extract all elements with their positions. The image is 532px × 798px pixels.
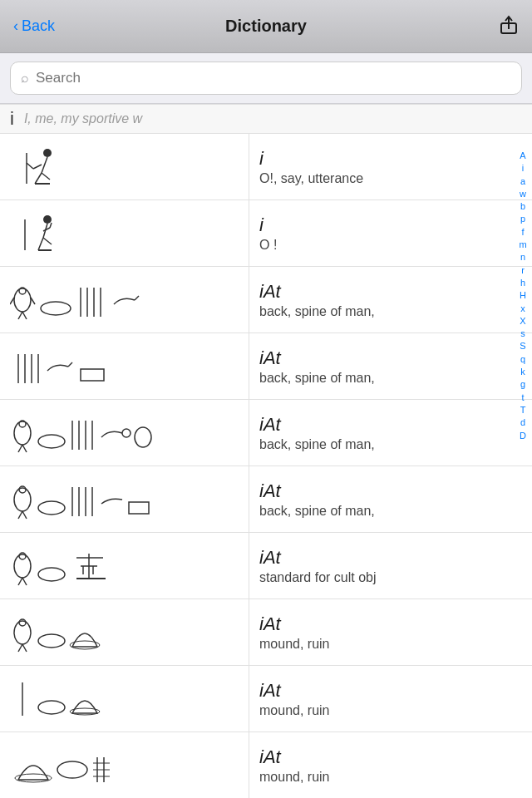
alpha-index-h[interactable]: H <box>515 289 531 301</box>
svg-point-18 <box>14 288 31 312</box>
alpha-index-i[interactable]: i <box>515 162 531 174</box>
hieroglyph-image <box>10 412 160 454</box>
alpha-index-h[interactable]: h <box>515 277 531 288</box>
svg-line-20 <box>31 298 35 304</box>
svg-line-19 <box>10 298 14 304</box>
entry-word: i <box>259 214 522 236</box>
search-bar-container: ⌕ <box>0 53 532 104</box>
svg-point-69 <box>19 619 26 626</box>
hieroglyph-image <box>10 612 118 653</box>
hieroglyph-image <box>10 346 110 387</box>
svg-point-10 <box>43 215 52 224</box>
svg-point-36 <box>14 421 31 445</box>
alpha-index-b[interactable]: b <box>515 200 531 212</box>
hieroglyph-cell <box>0 200 249 266</box>
section-letter: i <box>10 108 14 130</box>
entry-definition: standard for cult obj <box>259 570 522 585</box>
alpha-index-t[interactable]: T <box>515 404 531 416</box>
alpha-index-d[interactable]: D <box>515 430 531 441</box>
alpha-index-t[interactable]: t <box>515 392 531 403</box>
entry-text-cell: iAt back, spine of man, <box>249 400 532 466</box>
svg-line-29 <box>135 296 139 300</box>
share-icon <box>499 12 519 36</box>
alpha-index-a[interactable]: a <box>515 175 531 187</box>
back-button[interactable]: ‹ Back <box>13 17 55 35</box>
alpha-index-r[interactable]: r <box>515 264 531 276</box>
table-row[interactable]: i O ! <box>0 200 532 267</box>
alpha-index-s[interactable]: S <box>515 340 531 352</box>
alpha-index-k[interactable]: k <box>515 366 531 377</box>
alpha-index-q[interactable]: q <box>515 353 531 365</box>
table-row[interactable]: iAt back, spine of man, <box>0 466 532 533</box>
search-icon: ⌕ <box>21 71 29 86</box>
entry-definition: back, spine of man, <box>259 504 522 519</box>
svg-line-23 <box>22 312 27 319</box>
svg-line-13 <box>43 238 52 244</box>
svg-line-39 <box>22 445 27 452</box>
search-input[interactable] <box>36 70 511 86</box>
alpha-index-m[interactable]: m <box>515 239 531 250</box>
alpha-index-d[interactable]: d <box>515 416 531 428</box>
entry-word: iAt <box>259 613 522 635</box>
svg-point-48 <box>19 486 26 493</box>
hieroglyph-image <box>10 213 60 254</box>
table-row[interactable]: iAt mound, ruin <box>0 599 532 666</box>
hieroglyph-cell <box>0 533 249 598</box>
alpha-index-g[interactable]: g <box>515 378 531 390</box>
hieroglyph-cell <box>0 599 249 665</box>
alpha-index-a[interactable]: A <box>515 150 531 161</box>
svg-line-49 <box>18 511 22 519</box>
svg-point-58 <box>19 553 26 559</box>
entry-word: iAt <box>259 347 522 369</box>
svg-point-73 <box>70 641 100 649</box>
entry-word: i <box>259 148 522 170</box>
entry-definition: O!, say, utterance <box>259 171 522 186</box>
svg-line-4 <box>35 173 42 184</box>
alpha-index-x[interactable]: X <box>515 315 531 327</box>
hieroglyph-image <box>10 279 143 321</box>
entry-text-cell: iAt mound, ruin <box>249 666 532 732</box>
entry-text-cell: iAt standard for cult obj <box>249 533 532 598</box>
entry-text-cell: i O!, say, utterance <box>249 134 532 200</box>
table-row[interactable]: iAt back, spine of man, <box>0 267 532 333</box>
svg-point-40 <box>38 435 65 448</box>
svg-point-72 <box>38 634 65 648</box>
table-row[interactable]: iAt standard for cult obj <box>0 533 532 599</box>
table-row[interactable]: iAt mound, ruin <box>0 666 532 732</box>
svg-line-34 <box>68 362 72 367</box>
alpha-index-w[interactable]: w <box>515 188 531 200</box>
entry-definition: back, spine of man, <box>259 437 522 452</box>
hieroglyph-cell <box>0 466 249 532</box>
entry-text-cell: iAt back, spine of man, <box>249 466 532 532</box>
svg-line-22 <box>18 312 22 319</box>
alpha-index-f[interactable]: f <box>515 226 531 238</box>
alpha-index-n[interactable]: n <box>515 251 531 263</box>
svg-rect-35 <box>81 369 104 381</box>
svg-point-57 <box>14 554 31 578</box>
entry-word: iAt <box>259 414 522 436</box>
alpha-index-p[interactable]: p <box>515 213 531 224</box>
entries-list: i O!, say, utterance i O ! <box>0 134 532 798</box>
table-row[interactable]: i O!, say, utterance <box>0 134 532 200</box>
entry-definition: mound, ruin <box>259 703 522 718</box>
alphabet-sidebar: AiawbpfmnrhHxXsSqkgtTdD <box>514 150 532 441</box>
table-row[interactable]: iAt back, spine of man, <box>0 333 532 400</box>
hieroglyph-image <box>10 678 110 720</box>
svg-line-38 <box>18 445 22 452</box>
svg-line-12 <box>38 238 43 250</box>
svg-line-60 <box>22 578 27 585</box>
svg-line-5 <box>42 173 50 180</box>
svg-line-50 <box>22 511 27 519</box>
svg-point-77 <box>15 774 52 782</box>
share-button[interactable] <box>499 12 519 41</box>
navigation-bar: ‹ Back Dictionary <box>0 0 532 53</box>
alpha-index-s[interactable]: s <box>515 328 531 339</box>
alpha-index-x[interactable]: x <box>515 303 531 314</box>
table-row[interactable]: iAt mound, ruin <box>0 732 532 798</box>
svg-point-2 <box>43 149 52 157</box>
svg-point-75 <box>38 701 65 714</box>
table-row[interactable]: iAt back, spine of man, <box>0 400 532 466</box>
svg-point-68 <box>14 621 31 644</box>
entry-word: iAt <box>259 480 522 502</box>
svg-rect-56 <box>129 502 149 514</box>
